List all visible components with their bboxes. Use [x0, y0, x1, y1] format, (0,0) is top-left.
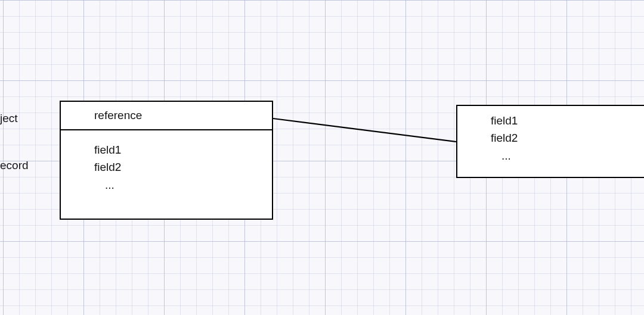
label-record: ecord: [0, 159, 29, 172]
main-record-title: reference: [61, 102, 272, 130]
main-record-box[interactable]: reference field1 field2 ...: [60, 101, 273, 220]
referenced-record-body: field1 field2 ...: [457, 106, 644, 169]
main-record-field: field1: [94, 141, 266, 158]
referenced-record-ellipsis: ...: [491, 147, 644, 164]
main-record-body: field1 field2 ...: [61, 130, 272, 201]
label-object: ject: [0, 112, 18, 125]
diagram-canvas[interactable]: ject ecord reference field1 field2 ... f…: [0, 0, 644, 315]
referenced-record-box[interactable]: field1 field2 ...: [456, 105, 644, 178]
main-record-ellipsis: ...: [94, 176, 266, 194]
referenced-record-field: field2: [491, 129, 644, 146]
main-record-field: field2: [94, 158, 266, 176]
referenced-record-field: field1: [491, 112, 644, 129]
